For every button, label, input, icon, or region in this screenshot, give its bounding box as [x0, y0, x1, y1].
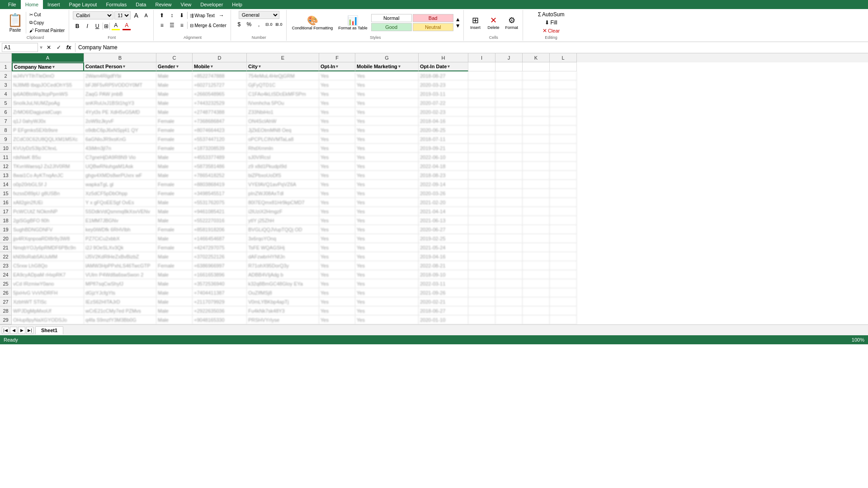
- tab-help[interactable]: Help: [227, 0, 247, 9]
- cell-row24-col11[interactable]: [523, 270, 550, 279]
- cell-row27-col2[interactable]: IEzS62HITAJrD: [84, 297, 156, 306]
- cell-row2-col4[interactable]: +8522747888: [193, 71, 247, 80]
- cell-row26-col7[interactable]: Yes: [355, 288, 419, 297]
- align-bottom-button[interactable]: ⬇: [177, 11, 186, 20]
- cell-row8-col4[interactable]: +8074664423: [193, 126, 247, 135]
- cell-row15-col2[interactable]: Xz5dCF5pDbOhpp: [84, 189, 156, 198]
- format-as-table-button[interactable]: 📊 Format as Table: [336, 14, 369, 31]
- cell-row29-col5[interactable]: PRSHVYrIyse: [247, 315, 319, 324]
- cell-row9-col1[interactable]: ZCdC0C62U8QQLXM1M5Xc: [12, 135, 84, 144]
- cell-row17-col2[interactable]: 5SDdkVdQsmmq8kXsvVENv: [84, 207, 156, 216]
- cell-row26-col11[interactable]: [523, 288, 550, 297]
- cell-d1[interactable]: Mobile ▾: [193, 62, 247, 71]
- cell-row27-col4[interactable]: +2117079929: [193, 297, 247, 306]
- cell-row14-col7[interactable]: Yes: [355, 180, 419, 189]
- merge-center-button[interactable]: ⊟ Merge & Center: [189, 22, 228, 29]
- tab-developer[interactable]: Developer: [196, 0, 227, 9]
- copy-button[interactable]: ⧉ Copy: [28, 19, 66, 26]
- cell-row28-col4[interactable]: +2922635036: [193, 306, 247, 315]
- cell-row26-col5[interactable]: OuZIfMSj8: [247, 288, 319, 297]
- cell-row11-col10[interactable]: [495, 153, 523, 162]
- cell-row11-col9[interactable]: [468, 153, 495, 162]
- cell-row21-col7[interactable]: Yes: [355, 243, 419, 252]
- cell-row7-col2[interactable]: 2oW9zJkyvF: [84, 117, 156, 126]
- cell-row7-col5[interactable]: ON4ScIAhW: [247, 117, 319, 126]
- cell-row12-col1[interactable]: TKvnWaesqJ Zs2JIV0RM: [12, 162, 84, 171]
- cell-row2-col5[interactable]: 754eMuL4HeQjGRM: [247, 71, 319, 80]
- cell-row24-col4[interactable]: +1661653896: [193, 270, 247, 279]
- cell-row25-col7[interactable]: Yes: [355, 279, 419, 288]
- cell-row26-col6[interactable]: Yes: [319, 288, 355, 297]
- col-f-filter-arrow[interactable]: ▾: [336, 64, 338, 69]
- cell-row28-col12[interactable]: [550, 306, 577, 315]
- col-header-e[interactable]: E: [247, 53, 319, 62]
- conditional-formatting-button[interactable]: 🎨 Conditional Formatting: [290, 14, 335, 31]
- cell-row4-col7[interactable]: Yes: [355, 89, 419, 99]
- cell-row16-col10[interactable]: [495, 198, 523, 207]
- tab-scroll-first[interactable]: |◀: [2, 327, 9, 334]
- cell-row10-col4[interactable]: +1873208539: [193, 144, 247, 153]
- cell-row3-col1[interactable]: NJ8MB tbqpJOCedOhYS5: [12, 80, 84, 89]
- cut-button[interactable]: ✂ Cut: [28, 11, 66, 18]
- cell-row5-col2[interactable]: snKRuUxJ1BSt1hgY3: [84, 99, 156, 108]
- cell-row9-col6[interactable]: Yes: [319, 135, 355, 144]
- cell-row20-col4[interactable]: +1466454687: [193, 234, 247, 243]
- cell-row15-col8[interactable]: 2020-03-26: [419, 189, 468, 198]
- cell-row10-col7[interactable]: Yes: [355, 144, 419, 153]
- cell-row18-col3[interactable]: Male: [156, 216, 193, 225]
- cell-row19-col7[interactable]: Yes: [355, 225, 419, 234]
- cell-row29-col11[interactable]: [523, 315, 550, 324]
- cell-row21-col4[interactable]: +4247297075: [193, 243, 247, 252]
- cell-row27-col6[interactable]: Yes: [319, 297, 355, 306]
- cell-row20-col11[interactable]: [523, 234, 550, 243]
- cell-row16-col4[interactable]: +5531762075: [193, 198, 247, 207]
- cell-row10-col1[interactable]: KVUyDz53Ip3CfexL: [12, 144, 84, 153]
- cell-row3-col2[interactable]: bFJ8F5vRP5VODOY0MT: [84, 80, 156, 89]
- align-right-button[interactable]: ≡: [177, 21, 186, 30]
- cell-row13-col11[interactable]: [523, 171, 550, 180]
- cell-row25-col6[interactable]: Yes: [319, 279, 355, 288]
- cell-row23-col8[interactable]: 2022-08-21: [419, 261, 468, 270]
- cell-row16-col12[interactable]: [550, 198, 577, 207]
- cell-row26-col8[interactable]: 2021-09-26: [419, 288, 468, 297]
- cell-row15-col6[interactable]: Yes: [319, 189, 355, 198]
- cell-row20-col3[interactable]: Male: [156, 234, 193, 243]
- formula-function-button[interactable]: fx: [64, 43, 73, 52]
- cell-row28-col6[interactable]: Yes: [319, 306, 355, 315]
- cell-i1[interactable]: [468, 62, 495, 71]
- cell-row4-col8[interactable]: 2019-03-11: [419, 89, 468, 99]
- cell-row17-col7[interactable]: Yes: [355, 207, 419, 216]
- cell-row10-col3[interactable]: Female: [156, 144, 193, 153]
- cell-row10-col6[interactable]: Yes: [319, 144, 355, 153]
- increase-decimal-button[interactable]: ⊞.0: [274, 20, 283, 29]
- cell-row19-col10[interactable]: [495, 225, 523, 234]
- tab-home[interactable]: Home: [21, 0, 43, 9]
- cell-row26-col10[interactable]: [495, 288, 523, 297]
- cell-row2-col2[interactable]: 2Wam4RlgdfYbi: [84, 71, 156, 80]
- cell-row20-col8[interactable]: 2019-02-25: [419, 234, 468, 243]
- cell-row22-col1[interactable]: kN09oRab5AUuMM: [12, 252, 84, 261]
- cell-row10-col9[interactable]: [468, 144, 495, 153]
- number-format-select[interactable]: General: [239, 11, 279, 19]
- cell-row24-col6[interactable]: Yes: [319, 270, 355, 279]
- cell-row18-col2[interactable]: E1MM7JBGNv: [84, 216, 156, 225]
- cell-c1[interactable]: Gender ▾: [156, 62, 193, 71]
- tab-file[interactable]: File: [4, 0, 21, 9]
- cell-row26-col2[interactable]: dGjzYJcfgYts: [84, 288, 156, 297]
- cell-k1[interactable]: [523, 62, 550, 71]
- cell-row8-col9[interactable]: [468, 126, 495, 135]
- cell-row23-col10[interactable]: [495, 261, 523, 270]
- cell-row17-col5[interactable]: i2lUziX2HmgzF: [247, 207, 319, 216]
- increase-font-button[interactable]: A: [132, 11, 141, 20]
- cell-row26-col1[interactable]: 5jixHvG VvVhDRFH: [12, 288, 84, 297]
- style-bad-button[interactable]: Bad: [413, 14, 453, 22]
- cell-row14-col11[interactable]: [523, 180, 550, 189]
- cell-row15-col7[interactable]: Yes: [355, 189, 419, 198]
- cell-row29-col7[interactable]: Yes: [355, 315, 419, 324]
- cell-row13-col3[interactable]: Male: [156, 171, 193, 180]
- cell-row20-col1[interactable]: jjs4RXqnpoaRDI8r9y3W8: [12, 234, 84, 243]
- cell-row4-col11[interactable]: [523, 89, 550, 99]
- cell-row4-col6[interactable]: Yes: [319, 89, 355, 99]
- cell-row12-col4[interactable]: +5873581486: [193, 162, 247, 171]
- cell-row3-col8[interactable]: 2020-03-23: [419, 80, 468, 89]
